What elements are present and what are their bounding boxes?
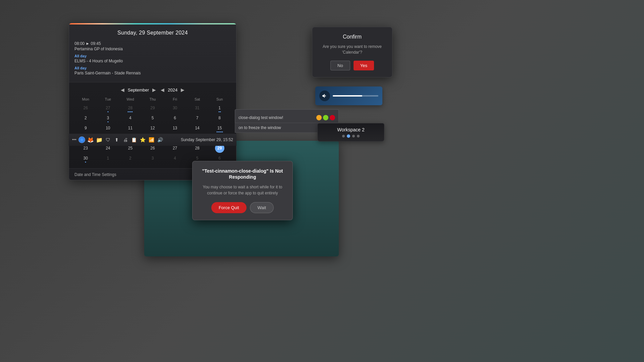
event-title-2: ELMS - 4 Hours of Mugello (74, 59, 231, 63)
cal-day-14[interactable]: 14 (193, 123, 202, 133)
day-header-sat: Sat (186, 97, 209, 102)
day-header-wed: Wed (119, 97, 142, 102)
confirm-dialog-title: Confirm (319, 34, 385, 40)
volume-slider-track[interactable] (333, 95, 378, 97)
cal-day-oct-1[interactable]: 1 (103, 154, 113, 163)
cal-day-8[interactable]: 8 (215, 113, 224, 123)
not-responding-buttons: Force Quit Wait (199, 202, 286, 213)
calendar-grid-section: ◀ September ▶ ◀ 2024 ▶ Mon Tue Wed Thu F… (69, 82, 236, 168)
day-header-sun: Sun (208, 97, 231, 102)
cal-day-4[interactable]: 4 (125, 113, 135, 123)
volume-slider-fill (333, 95, 362, 97)
files-icon[interactable]: 📁 (96, 136, 103, 143)
cal-day-6[interactable]: 6 (170, 113, 180, 123)
event-title-1: Pertamina GP of Indonesia (74, 47, 231, 51)
confirm-no-button[interactable]: No (330, 61, 350, 70)
day-header-fri: Fri (164, 97, 186, 102)
test-window-buttons (316, 115, 335, 120)
desktop: Sunday, 29 September 2024 08:00 ► 09:45 … (0, 0, 644, 362)
cal-day-oct-4[interactable]: 4 (170, 154, 180, 163)
cal-day-3[interactable]: 3 (103, 113, 113, 123)
test-window-text: close-dialog test window! (238, 115, 314, 120)
cal-day-27[interactable]: 27 (103, 103, 113, 113)
cal-day-29[interactable]: 29 (148, 103, 157, 113)
cal-day-1[interactable]: 1 (215, 103, 224, 113)
cal-day-oct-3[interactable]: 3 (148, 154, 157, 163)
cinnamon-menu-icon[interactable] (78, 136, 85, 143)
cal-grid: 26 27 28 29 30 31 1 2 3 4 5 6 7 8 9 10 1… (74, 103, 231, 163)
workspace-dots (342, 134, 360, 138)
prev-year-button[interactable]: ◀ (159, 86, 166, 93)
day-header-tue: Tue (97, 97, 119, 102)
volume-taskbar-icon[interactable]: 🔊 (157, 136, 164, 143)
cal-day-15[interactable]: 15 (215, 123, 224, 133)
printer-icon[interactable]: 🖨 (122, 136, 129, 143)
cal-day-10[interactable]: 10 (103, 123, 113, 133)
event-allday-label-1: All day (74, 54, 231, 58)
star-icon[interactable]: ⭐ (140, 136, 146, 143)
cal-day-7[interactable]: 7 (193, 113, 202, 123)
volume-icon (319, 90, 330, 101)
taskbar-menu-dots[interactable]: ••• (72, 137, 76, 142)
workspace-dot-2[interactable] (347, 134, 350, 138)
event-title-3: Paris Saint-Germain - Stade Rennais (74, 71, 231, 75)
day-header-mon: Mon (74, 97, 97, 102)
confirm-yes-button[interactable]: Yes (354, 61, 374, 70)
freeze-text: on to freeze the window (238, 125, 281, 130)
test-window-minimize-button[interactable] (316, 115, 322, 120)
day-header-thu: Thu (142, 97, 164, 102)
year-label: 2024 (168, 87, 177, 93)
test-window-maximize-button[interactable] (323, 115, 328, 120)
confirm-dialog: Confirm Are you sure you want to remove … (312, 27, 392, 77)
next-year-button[interactable]: ▶ (179, 86, 186, 93)
calendar-panel: Sunday, 29 September 2024 08:00 ► 09:45 … (69, 23, 236, 180)
cal-day-11[interactable]: 11 (125, 123, 135, 133)
cal-day-31[interactable]: 31 (193, 103, 202, 113)
next-month-button[interactable]: ▶ (151, 86, 157, 93)
cal-day-12[interactable]: 12 (148, 123, 157, 133)
clipboard-icon[interactable]: 📋 (131, 136, 138, 143)
cal-day-2[interactable]: 2 (81, 113, 90, 123)
cal-day-28[interactable]: 28 (125, 103, 135, 113)
not-responding-dialog: "Test-cinnamon-close-dialog" Is Not Resp… (192, 161, 293, 220)
shield-icon[interactable]: 🛡 (105, 136, 111, 143)
cal-day-30[interactable]: 30 (81, 154, 90, 163)
volume-widget[interactable] (315, 86, 382, 105)
force-quit-button[interactable]: Force Quit (211, 202, 247, 213)
not-responding-message: You may choose to wait a short while for… (199, 184, 286, 196)
cal-day-9[interactable]: 9 (81, 123, 90, 133)
confirm-dialog-message: Are you sure you want to remove 'Calenda… (319, 44, 385, 55)
event-time-1: 08:00 ► 09:45 (74, 41, 231, 46)
cal-day-30[interactable]: 30 (170, 103, 180, 113)
workspace-dot-4[interactable] (357, 135, 360, 137)
calendar-nav: ◀ September ▶ ◀ 2024 ▶ (74, 86, 231, 93)
not-responding-title: "Test-cinnamon-close-dialog" Is Not Resp… (199, 168, 286, 180)
workspace-dot-1[interactable] (342, 135, 345, 137)
wifi-icon[interactable]: 📶 (148, 136, 155, 143)
prev-month-button[interactable]: ◀ (119, 86, 126, 93)
taskbar-time: Sunday September 29, 15:52 (181, 137, 233, 142)
wait-button[interactable]: Wait (250, 202, 274, 213)
date-time-settings-link[interactable]: Date and Time Settings (74, 172, 116, 177)
calendar-date-header: Sunday, 29 September 2024 (69, 23, 236, 39)
close-dialog-text: close-dialog test window! (238, 115, 283, 120)
test-window-close-button[interactable] (330, 115, 335, 120)
upload-icon[interactable]: ⬆ (113, 136, 120, 143)
calendar-events: 08:00 ► 09:45 Pertamina GP of Indonesia … (69, 39, 236, 82)
taskbar: ••• 🦊 📁 🛡 ⬆ 🖨 📋 ⭐ 📶 🔊 Sunday September 2… (69, 134, 236, 146)
workspace-label: Workspace 2 (337, 127, 364, 132)
event-allday-label-2: All day (74, 66, 231, 70)
workspace-switcher[interactable]: Workspace 2 (317, 123, 384, 141)
cal-day-13[interactable]: 13 (170, 123, 180, 133)
firefox-icon[interactable]: 🦊 (87, 136, 94, 143)
month-label: September (128, 87, 149, 93)
confirm-dialog-buttons: No Yes (319, 61, 385, 70)
cal-day-26[interactable]: 26 (81, 103, 90, 113)
cal-day-headers: Mon Tue Wed Thu Fri Sat Sun (74, 97, 231, 102)
workspace-dot-3[interactable] (352, 135, 355, 137)
cal-day-5[interactable]: 5 (148, 113, 157, 123)
cal-day-oct-2[interactable]: 2 (125, 154, 135, 163)
